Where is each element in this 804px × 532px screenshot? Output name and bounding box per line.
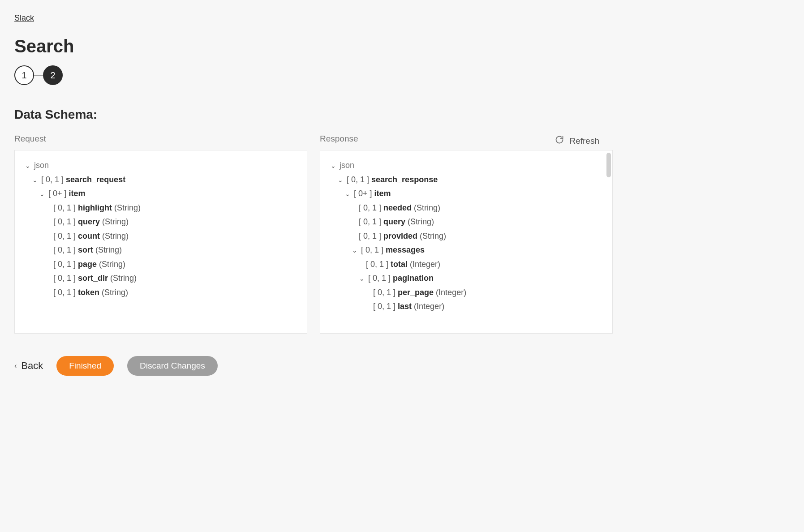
- stepper: 1 2: [14, 65, 613, 85]
- section-title: Data Schema:: [14, 107, 613, 122]
- tree-root[interactable]: ⌄ json⌄ [ 0, 1 ] search_request⌄ [ 0+ ] …: [24, 159, 298, 300]
- step-2[interactable]: 2: [43, 65, 63, 85]
- scrollbar[interactable]: [606, 153, 611, 177]
- chevron-down-icon[interactable]: ⌄: [38, 189, 46, 200]
- step-connector: [34, 75, 43, 76]
- tree-leaf[interactable]: [ 0, 1 ] total (Integer): [358, 257, 603, 272]
- chevron-down-icon[interactable]: ⌄: [358, 273, 366, 284]
- finished-button[interactable]: Finished: [56, 356, 114, 376]
- tree-node[interactable]: ⌄ [ 0, 1 ] pagination[ 0, 1 ] per_page (…: [358, 271, 603, 314]
- tree-leaf[interactable]: [ 0, 1 ] last (Integer): [365, 300, 603, 314]
- tree-leaf[interactable]: [ 0, 1 ] provided (String): [351, 229, 603, 244]
- chevron-down-icon[interactable]: ⌄: [24, 160, 32, 172]
- page-title: Search: [14, 36, 613, 56]
- chevron-left-icon: ‹: [14, 362, 17, 370]
- request-label: Request: [14, 134, 307, 144]
- tree-leaf[interactable]: [ 0, 1 ] needed (String): [351, 201, 603, 215]
- breadcrumb-slack[interactable]: Slack: [14, 13, 34, 23]
- tree-leaf[interactable]: [ 0, 1 ] highlight (String): [45, 201, 298, 215]
- step-1[interactable]: 1: [14, 65, 34, 85]
- tree-leaf[interactable]: [ 0, 1 ] page (String): [45, 257, 298, 272]
- tree-leaf[interactable]: [ 0, 1 ] token (String): [45, 286, 298, 300]
- tree-leaf[interactable]: [ 0, 1 ] query (String): [45, 215, 298, 229]
- tree-node[interactable]: ⌄ [ 0, 1 ] messages[ 0, 1 ] total (Integ…: [351, 243, 603, 314]
- response-label: Response: [320, 134, 613, 144]
- back-button[interactable]: ‹ Back: [14, 360, 43, 372]
- tree-node[interactable]: ⌄ [ 0, 1 ] search_request⌄ [ 0+ ] item[ …: [31, 173, 298, 300]
- chevron-down-icon[interactable]: ⌄: [31, 175, 39, 186]
- discard-button[interactable]: Discard Changes: [127, 356, 218, 376]
- tree-leaf[interactable]: [ 0, 1 ] count (String): [45, 229, 298, 244]
- chevron-down-icon[interactable]: ⌄: [351, 245, 359, 256]
- tree-leaf[interactable]: [ 0, 1 ] query (String): [351, 215, 603, 229]
- tree-leaf[interactable]: [ 0, 1 ] sort (String): [45, 243, 298, 257]
- tree-node[interactable]: ⌄ [ 0, 1 ] search_response⌄ [ 0+ ] item[…: [336, 173, 603, 314]
- tree-root[interactable]: ⌄ json⌄ [ 0, 1 ] search_response⌄ [ 0+ ]…: [329, 159, 603, 314]
- chevron-down-icon[interactable]: ⌄: [329, 160, 337, 172]
- tree-node[interactable]: ⌄ [ 0+ ] item[ 0, 1 ] needed (String)[ 0…: [344, 187, 603, 314]
- request-panel: ⌄ json⌄ [ 0, 1 ] search_request⌄ [ 0+ ] …: [14, 150, 307, 334]
- chevron-down-icon[interactable]: ⌄: [344, 189, 352, 200]
- back-label: Back: [21, 360, 43, 372]
- tree-leaf[interactable]: [ 0, 1 ] per_page (Integer): [365, 286, 603, 300]
- tree-node[interactable]: ⌄ [ 0+ ] item[ 0, 1 ] highlight (String)…: [38, 187, 298, 300]
- tree-leaf[interactable]: [ 0, 1 ] sort_dir (String): [45, 271, 298, 286]
- response-panel: ⌄ json⌄ [ 0, 1 ] search_response⌄ [ 0+ ]…: [320, 150, 613, 334]
- chevron-down-icon[interactable]: ⌄: [336, 175, 344, 186]
